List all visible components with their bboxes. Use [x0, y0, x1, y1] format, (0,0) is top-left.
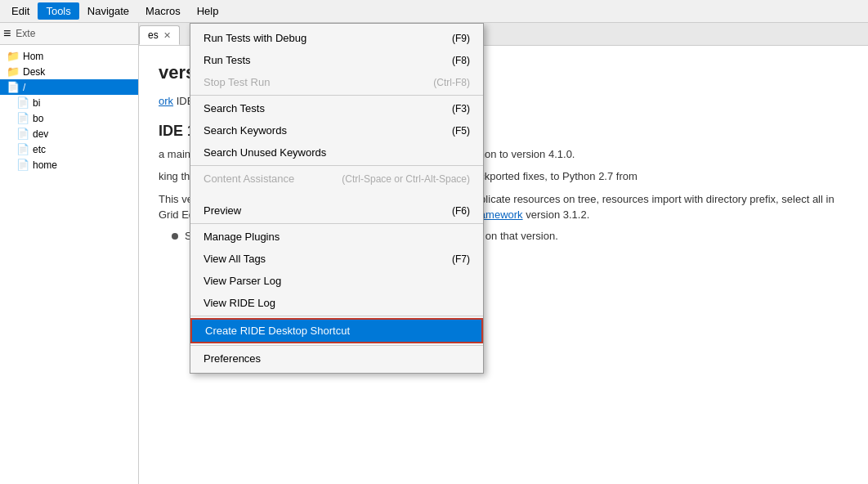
- dropdown-item-label: Content Assistance: [204, 173, 294, 185]
- dropdown-item-shortcut: (F8): [452, 55, 470, 66]
- dropdown-item-content-assistance: Content Assistance(Ctrl-Space or Ctrl-Al…: [190, 168, 483, 190]
- tab-label: es: [148, 29, 159, 41]
- dropdown-item-label: View Parser Log: [204, 275, 281, 287]
- external-label: Exte: [16, 28, 35, 39]
- sidebar: ≡ Exte 📁 Hom 📁 Desk 📄 / 📄 bi 📄 bo: [0, 23, 139, 484]
- folder-icon: 📁: [7, 50, 20, 62]
- dropdown-separator: [190, 165, 483, 166]
- dropdown-item-manage-plugins[interactable]: Manage Plugins: [190, 226, 483, 248]
- tab-close-button[interactable]: ✕: [163, 30, 171, 41]
- dropdown-item-search-tests[interactable]: Search Tests(F3): [190, 97, 483, 119]
- dropdown-item-shortcut: (Ctrl-Space or Ctrl-Alt-Space): [342, 173, 470, 185]
- sidebar-toggle[interactable]: ≡: [3, 26, 11, 41]
- dropdown-separator: [190, 316, 483, 316]
- tree-item-desk[interactable]: 📁 Desk: [0, 64, 138, 79]
- dropdown-separator: [190, 95, 483, 96]
- tree-item-bo[interactable]: 📄 bo: [0, 110, 138, 126]
- file-icon-etc: 📄: [16, 143, 29, 155]
- menu-edit[interactable]: Edit: [3, 2, 38, 20]
- dropdown-item-shortcut: (Ctrl-F8): [433, 77, 470, 88]
- content-area: es ✕ version 1.7.4.2 ork IDE (RIDE). IDE…: [139, 23, 868, 484]
- active-tab[interactable]: es ✕: [139, 25, 180, 45]
- dropdown-item-label: View All Tags: [204, 253, 266, 265]
- dropdown-item-label: Run Tests: [204, 54, 251, 66]
- main-container: ≡ Exte 📁 Hom 📁 Desk 📄 / 📄 bi 📄 bo: [0, 23, 868, 484]
- dropdown-item-preferences[interactable]: Preferences: [190, 347, 483, 370]
- dropdown-item-label: Preview: [204, 204, 241, 217]
- tree-item-dev[interactable]: 📄 dev: [0, 126, 138, 141]
- file-icon-bi: 📄: [16, 96, 29, 109]
- file-icon-dev: 📄: [16, 128, 29, 140]
- dropdown-item-view-parser-log[interactable]: View Parser Log: [190, 270, 483, 292]
- dropdown-item-shortcut: (F6): [452, 205, 470, 217]
- folder-icon-desk: 📁: [7, 65, 20, 78]
- dropdown-item-preview[interactable]: Preview(F6): [190, 199, 483, 222]
- tree-item-etc[interactable]: 📄 etc: [0, 141, 138, 157]
- tree-item-bi[interactable]: 📄 bi: [0, 95, 138, 110]
- dropdown-item-label: Search Tests: [204, 102, 265, 114]
- dropdown-item-label: Run Tests with Debug: [204, 32, 306, 44]
- tools-dropdown-menu: Run Tests with Debug(F9)Run Tests(F8)Sto…: [190, 23, 484, 374]
- dropdown-separator: [190, 345, 483, 346]
- dropdown-item-label: Search Unused Keywords: [204, 146, 326, 159]
- dropdown-item-label: Manage Plugins: [204, 231, 280, 243]
- framework-link[interactable]: ork: [159, 95, 173, 107]
- dropdown-item-view-all-tags[interactable]: View All Tags(F7): [190, 248, 483, 270]
- file-icon-slash: 📄: [7, 81, 20, 93]
- sidebar-toolbar: ≡ Exte: [0, 23, 138, 45]
- dropdown-item-create-shortcut[interactable]: Create RIDE Desktop Shortcut: [190, 318, 483, 343]
- menu-help[interactable]: Help: [189, 2, 227, 20]
- dropdown-item-stop-test-run: Stop Test Run(Ctrl-F8): [190, 71, 483, 93]
- file-icon-bo: 📄: [16, 112, 29, 124]
- menubar: Edit Tools Navigate Macros Help: [0, 0, 868, 23]
- tree-item-home[interactable]: 📁 Hom: [0, 48, 138, 64]
- dropdown-item-label: Stop Test Run: [204, 76, 270, 88]
- menu-macros[interactable]: Macros: [137, 2, 189, 20]
- dropdown-item-shortcut: (F7): [452, 253, 470, 265]
- menu-tools[interactable]: Tools: [38, 2, 78, 20]
- dropdown-item-shortcut: (F5): [452, 125, 470, 137]
- dropdown-separator: [190, 223, 483, 224]
- dropdown-item-view-ride-log[interactable]: View RIDE Log: [190, 292, 483, 314]
- menu-navigate[interactable]: Navigate: [79, 2, 137, 20]
- dropdown-item-search-keywords[interactable]: Search Keywords(F5): [190, 119, 483, 141]
- dropdown-item-label: Create RIDE Desktop Shortcut: [205, 325, 350, 337]
- dropdown-item-run-debug[interactable]: Run Tests with Debug(F9): [190, 27, 483, 49]
- dropdown-item-search-unused-keywords[interactable]: Search Unused Keywords: [190, 141, 483, 164]
- file-icon-home2: 📄: [16, 159, 29, 171]
- dropdown-item-label: Preferences: [204, 352, 261, 365]
- dropdown-item-label: Search Keywords: [204, 124, 287, 137]
- dropdown-item-label: View RIDE Log: [204, 297, 275, 309]
- tree-item-home2[interactable]: 📄 home: [0, 157, 138, 173]
- dropdown-item-shortcut: (F9): [452, 33, 470, 44]
- tree-item-slash[interactable]: 📄 /: [0, 79, 138, 95]
- sidebar-tree: 📁 Hom 📁 Desk 📄 / 📄 bi 📄 bo 📄 dev: [0, 45, 138, 176]
- bullet-dot: [172, 233, 178, 240]
- dropdown-item-shortcut: (F3): [452, 103, 470, 114]
- dropdown-item-run-tests[interactable]: Run Tests(F8): [190, 49, 483, 71]
- dropdown-item-undefined[interactable]: [190, 190, 483, 199]
